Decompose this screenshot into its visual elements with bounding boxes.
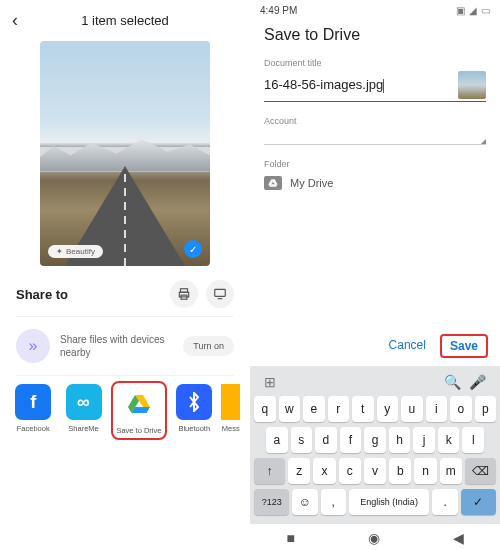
key-r[interactable]: r <box>328 396 350 422</box>
app-bluetooth[interactable]: Bluetooth <box>171 384 217 440</box>
field-label: Document title <box>264 58 486 68</box>
page-title: 1 item selected <box>32 13 218 28</box>
key-o[interactable]: o <box>450 396 472 422</box>
signal-icon: ◢ <box>469 5 477 16</box>
account-dropdown[interactable] <box>264 129 486 145</box>
nav-back-icon[interactable]: ◀ <box>453 530 464 546</box>
kb-row-3: ↑ z x c v b n m ⌫ <box>254 458 496 484</box>
cancel-button[interactable]: Cancel <box>381 334 434 358</box>
selected-check-icon[interactable]: ✓ <box>184 240 202 258</box>
beautify-chip[interactable]: ✦ Beautify <box>48 245 103 258</box>
key-comma[interactable]: , <box>321 489 346 515</box>
dialog-actions: Cancel Save <box>250 328 500 366</box>
key-f[interactable]: f <box>340 427 362 453</box>
key-b[interactable]: b <box>389 458 411 484</box>
mic-icon[interactable]: 🎤 <box>469 374 486 390</box>
beautify-label: Beautify <box>66 247 95 256</box>
app-shareme[interactable]: ∞ ShareMe <box>60 384 106 440</box>
back-icon[interactable]: ‹ <box>12 10 32 31</box>
shareme-icon: ∞ <box>66 384 102 420</box>
app-label: ShareMe <box>68 424 98 433</box>
key-w[interactable]: w <box>279 396 301 422</box>
share-to-row: Share to <box>0 266 250 316</box>
header: ‹ 1 item selected <box>0 0 250 41</box>
key-k[interactable]: k <box>438 427 460 453</box>
battery-icon: ▭ <box>481 5 490 16</box>
key-symbols[interactable]: ?123 <box>254 489 289 515</box>
doc-title-value: 16-48-56-images.jpg <box>264 77 383 92</box>
key-y[interactable]: y <box>377 396 399 422</box>
drive-icon <box>121 386 157 422</box>
app-facebook[interactable]: f Facebook <box>10 384 56 440</box>
key-backspace[interactable]: ⌫ <box>465 458 496 484</box>
nearby-text: Share files with devices nearby <box>60 333 173 359</box>
cast-icon[interactable] <box>206 280 234 308</box>
key-emoji[interactable]: ☺ <box>292 489 317 515</box>
turn-on-button[interactable]: Turn on <box>183 336 234 356</box>
key-i[interactable]: i <box>426 396 448 422</box>
key-q[interactable]: q <box>254 396 276 422</box>
nav-home-icon[interactable]: ◉ <box>368 530 380 546</box>
key-j[interactable]: j <box>413 427 435 453</box>
photo-preview-wrap: ✦ Beautify ✓ <box>0 41 250 266</box>
key-h[interactable]: h <box>389 427 411 453</box>
key-period[interactable]: . <box>432 489 457 515</box>
key-shift[interactable]: ↑ <box>254 458 285 484</box>
key-t[interactable]: t <box>352 396 374 422</box>
folder-field: Folder My Drive <box>250 159 500 204</box>
folder-selector[interactable]: My Drive <box>264 172 486 190</box>
status-time: 4:49 PM <box>260 5 297 16</box>
share-screen: ‹ 1 item selected ✦ Beautify ✓ Share to … <box>0 0 250 550</box>
nearby-share-row: » Share files with devices nearby Turn o… <box>0 317 250 375</box>
folder-value: My Drive <box>290 177 333 189</box>
bluetooth-icon <box>176 384 212 420</box>
app-label: Save to Drive <box>116 426 161 435</box>
facebook-icon: f <box>15 384 51 420</box>
app-label: Mess <box>222 424 240 433</box>
status-bar: 4:49 PM ▣ ◢ ▭ <box>250 0 500 18</box>
key-n[interactable]: n <box>414 458 436 484</box>
kb-row-4: ?123 ☺ , English (India) . ✓ <box>254 489 496 515</box>
save-button[interactable]: Save <box>440 334 488 358</box>
doc-title-row: 16-48-56-images.jpg <box>264 71 486 102</box>
key-x[interactable]: x <box>313 458 335 484</box>
search-icon[interactable]: 🔍 <box>444 374 461 390</box>
save-to-drive-screen: 4:49 PM ▣ ◢ ▭ Save to Drive Document tit… <box>250 0 500 550</box>
field-label: Account <box>264 116 486 126</box>
sparkle-icon: ✦ <box>56 247 63 256</box>
nav-recents-icon[interactable]: ■ <box>286 530 294 546</box>
document-title-input[interactable]: 16-48-56-images.jpg <box>264 77 452 93</box>
app-messenger[interactable]: Mess <box>221 384 240 440</box>
key-enter[interactable]: ✓ <box>461 489 496 515</box>
share-to-label: Share to <box>16 287 162 302</box>
key-e[interactable]: e <box>303 396 325 422</box>
key-s[interactable]: s <box>291 427 313 453</box>
key-c[interactable]: c <box>339 458 361 484</box>
account-field: Account <box>250 116 500 159</box>
key-g[interactable]: g <box>364 427 386 453</box>
key-a[interactable]: a <box>266 427 288 453</box>
svg-rect-3 <box>215 289 226 296</box>
nearby-icon: » <box>16 329 50 363</box>
text-cursor <box>383 79 384 93</box>
app-save-to-drive[interactable]: Save to Drive <box>111 381 167 440</box>
key-v[interactable]: v <box>364 458 386 484</box>
key-space[interactable]: English (India) <box>349 489 430 515</box>
vibrate-icon: ▣ <box>456 5 465 16</box>
photo-preview[interactable]: ✦ Beautify ✓ <box>40 41 210 266</box>
key-z[interactable]: z <box>288 458 310 484</box>
keyboard-toolbar: ⊞ 🔍 🎤 <box>254 372 496 396</box>
kb-row-2: a s d f g h j k l <box>254 427 496 453</box>
key-l[interactable]: l <box>462 427 484 453</box>
dialog-title: Save to Drive <box>250 18 500 58</box>
app-label: Bluetooth <box>178 424 210 433</box>
key-m[interactable]: m <box>440 458 462 484</box>
kb-row-1: q w e r t y u i o p <box>254 396 496 422</box>
key-u[interactable]: u <box>401 396 423 422</box>
key-p[interactable]: p <box>475 396 497 422</box>
share-apps-row: f Facebook ∞ ShareMe Save to Drive Bluet… <box>0 376 250 446</box>
android-nav-bar: ■ ◉ ◀ <box>250 524 500 550</box>
key-d[interactable]: d <box>315 427 337 453</box>
print-icon[interactable] <box>170 280 198 308</box>
grid-icon[interactable]: ⊞ <box>264 374 276 390</box>
